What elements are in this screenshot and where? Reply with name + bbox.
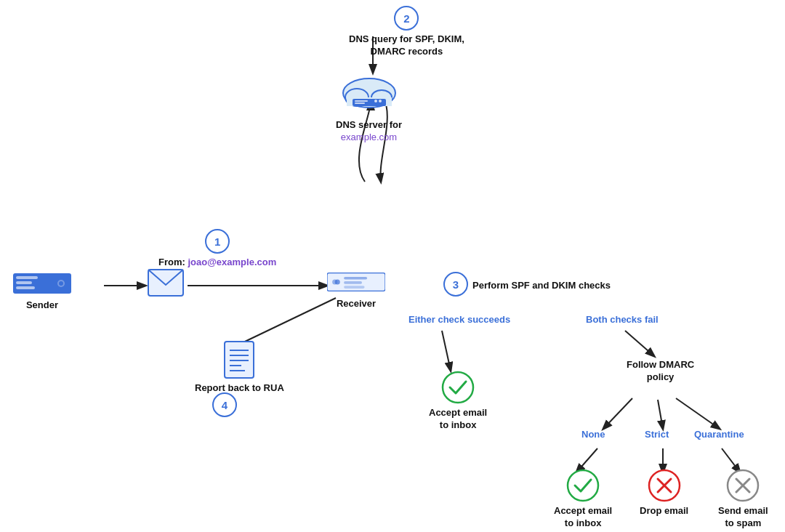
receiver-label: Receiver bbox=[337, 298, 376, 310]
report-label: Report back to RUA bbox=[195, 382, 284, 395]
both-fail-label: Both checks fail bbox=[586, 314, 659, 325]
step2-label: DNS query for SPF, DKIM,DMARC records bbox=[349, 33, 464, 58]
none-label: None bbox=[581, 429, 605, 440]
both-fail-node: Both checks fail bbox=[586, 314, 659, 325]
step3-node: 3 Perform SPF and DKIM checks bbox=[443, 272, 611, 297]
send-spam-label: Send emailto spam bbox=[718, 505, 768, 530]
either-check-label: Either check succeeds bbox=[408, 314, 510, 325]
drop-email-label: Drop email bbox=[640, 505, 688, 517]
green-check-icon-1 bbox=[441, 371, 475, 404]
email-envelope-node bbox=[148, 269, 184, 297]
follow-dmarc-node: Follow DMARCpolicy bbox=[627, 356, 694, 384]
svg-line-6 bbox=[658, 400, 663, 429]
either-check-node: Either check succeeds bbox=[408, 314, 510, 325]
receiver-node: Receiver bbox=[327, 269, 385, 310]
svg-point-26 bbox=[59, 281, 63, 286]
svg-rect-23 bbox=[16, 281, 32, 284]
sender-label: Sender bbox=[26, 299, 58, 312]
step3-badge: 3 bbox=[443, 272, 468, 297]
sender-icon bbox=[13, 270, 71, 297]
svg-rect-17 bbox=[355, 100, 368, 102]
svg-line-4 bbox=[625, 331, 654, 356]
quarantine-label: Quarantine bbox=[694, 429, 744, 440]
svg-point-40 bbox=[443, 372, 473, 403]
svg-point-20 bbox=[374, 100, 377, 102]
diagram: 2 DNS query for SPF, DKIM,DMARC records … bbox=[0, 0, 785, 532]
dns-server-label: DNS server for bbox=[336, 119, 402, 132]
strict-label: Strict bbox=[645, 429, 669, 440]
svg-rect-24 bbox=[16, 286, 35, 289]
report-node: Report back to RUA bbox=[195, 340, 284, 395]
svg-rect-22 bbox=[16, 276, 38, 279]
accept-inbox-2-node: Accept emailto inbox bbox=[554, 469, 612, 530]
svg-line-7 bbox=[676, 398, 720, 429]
step4-node: 4 bbox=[212, 392, 237, 417]
step1-badge: 1 bbox=[205, 229, 230, 254]
step4-badge: 4 bbox=[212, 392, 237, 417]
svg-point-41 bbox=[568, 470, 598, 501]
dns-server-node: DNS server for example.com bbox=[336, 73, 402, 142]
step2-node: 2 DNS query for SPF, DKIM,DMARC records bbox=[349, 6, 464, 58]
step3-label: Perform SPF and DKIM checks bbox=[472, 280, 611, 292]
document-icon bbox=[223, 340, 255, 379]
accept-inbox-1-label: Accept emailto inbox bbox=[429, 407, 487, 432]
svg-rect-18 bbox=[355, 102, 365, 104]
receiver-icon bbox=[327, 269, 385, 295]
follow-dmarc-label: Follow DMARCpolicy bbox=[627, 359, 694, 384]
step1-from-label: From: joao@example.com bbox=[158, 257, 276, 267]
svg-rect-31 bbox=[344, 277, 367, 280]
gray-x-icon bbox=[726, 469, 760, 502]
drop-email-node: Drop email bbox=[640, 469, 688, 517]
quarantine-node: Quarantine bbox=[694, 429, 744, 440]
accept-inbox-1-node: Accept emailto inbox bbox=[429, 371, 487, 432]
send-spam-node: Send emailto spam bbox=[718, 469, 768, 530]
svg-point-19 bbox=[379, 100, 382, 102]
svg-point-30 bbox=[335, 279, 340, 284]
step2-badge: 2 bbox=[394, 6, 419, 31]
sender-node: Sender bbox=[13, 270, 71, 312]
svg-rect-32 bbox=[344, 281, 362, 284]
svg-line-3 bbox=[442, 331, 451, 371]
accept-inbox-2-label: Accept emailto inbox bbox=[554, 505, 612, 530]
envelope-icon bbox=[148, 269, 184, 297]
red-x-icon bbox=[648, 469, 681, 502]
step1-node: 1 From: joao@example.com bbox=[158, 229, 276, 267]
svg-rect-33 bbox=[344, 286, 364, 289]
none-node: None bbox=[581, 429, 605, 440]
green-check-icon-2 bbox=[566, 469, 600, 502]
strict-node: Strict bbox=[645, 429, 669, 440]
svg-line-5 bbox=[603, 398, 632, 429]
cloud-icon bbox=[337, 73, 402, 116]
dns-server-link: example.com bbox=[341, 132, 397, 142]
